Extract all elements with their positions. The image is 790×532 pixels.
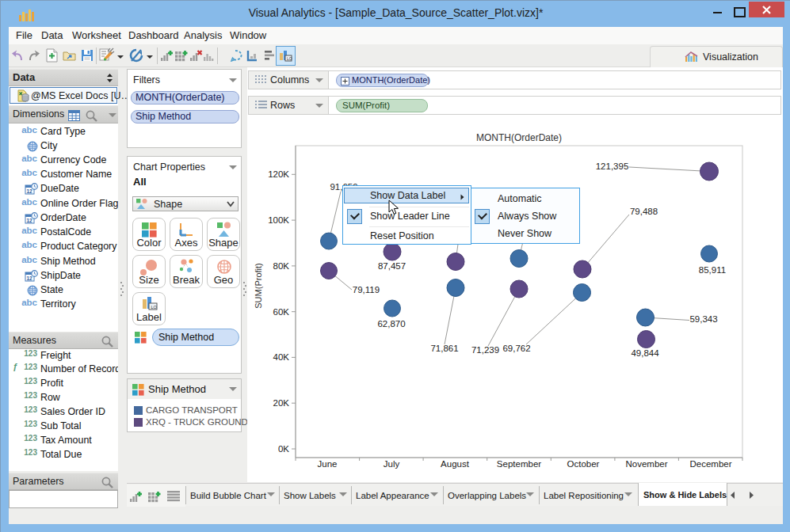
svg-text:12: 12 <box>27 276 33 281</box>
svg-text:0K: 0K <box>278 444 289 454</box>
svg-text:MONTH(OrderDate): MONTH(OrderDate) <box>476 132 562 143</box>
svg-text:40K: 40K <box>273 352 290 362</box>
svg-text:71,239: 71,239 <box>471 345 499 355</box>
svg-text:62,870: 62,870 <box>377 319 405 329</box>
svg-text:79,488: 79,488 <box>630 207 658 216</box>
svg-text:100K: 100K <box>268 215 289 225</box>
svg-text:SUM(Profit): SUM(Profit) <box>254 263 263 308</box>
svg-text:12: 12 <box>27 218 33 223</box>
svg-text:September: September <box>497 459 541 469</box>
svg-text:85,911: 85,911 <box>699 265 726 275</box>
svg-text:June: June <box>318 459 338 469</box>
svg-text:July: July <box>384 459 400 469</box>
svg-text:69,762: 69,762 <box>502 344 530 353</box>
svg-text:120K: 120K <box>268 169 289 179</box>
svg-text:121,395: 121,395 <box>596 162 629 171</box>
svg-text:LO: LO <box>151 305 158 310</box>
svg-text:20K: 20K <box>273 398 290 408</box>
svg-text:LO: LO <box>287 56 292 61</box>
svg-text:60K: 60K <box>273 307 290 317</box>
svg-text:August: August <box>441 459 470 469</box>
svg-text:December: December <box>689 459 731 469</box>
svg-text:80K: 80K <box>273 261 290 271</box>
svg-text:November: November <box>625 459 667 469</box>
svg-text:49,844: 49,844 <box>631 348 659 358</box>
svg-text:87,457: 87,457 <box>378 261 406 271</box>
svg-text:October: October <box>567 459 600 469</box>
svg-text:79,119: 79,119 <box>353 285 380 294</box>
svg-text:59,343: 59,343 <box>689 314 717 324</box>
svg-text:12: 12 <box>27 188 33 194</box>
svg-text:71,861: 71,861 <box>430 344 458 353</box>
